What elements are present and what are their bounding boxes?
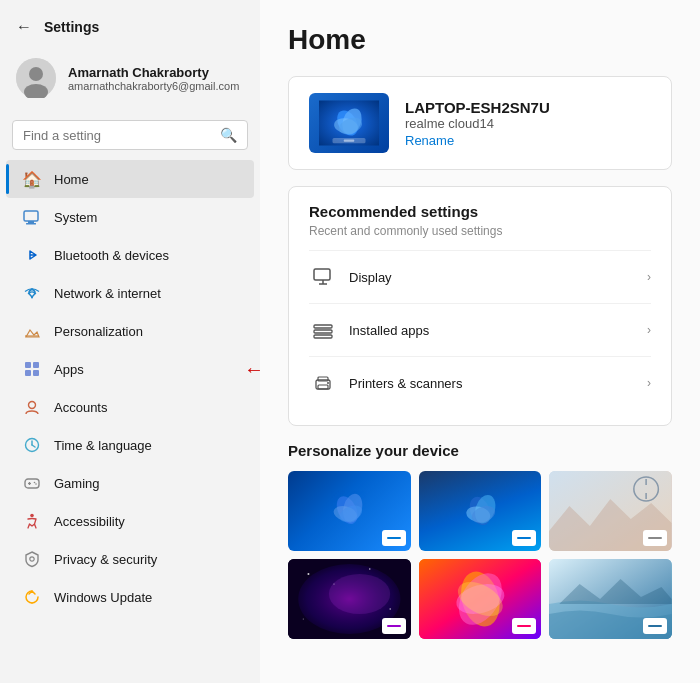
wallpaper-item-1[interactable] xyxy=(288,471,411,551)
svg-point-59 xyxy=(303,618,304,619)
sidebar-item-update[interactable]: Windows Update xyxy=(6,578,254,616)
avatar xyxy=(16,58,56,98)
svg-point-20 xyxy=(35,483,37,485)
svg-point-54 xyxy=(329,574,390,614)
device-name: LAPTOP-ESH2SN7U xyxy=(405,99,550,116)
sidebar-nav: 🏠 Home System Bluetooth & devices xyxy=(0,160,260,616)
svg-rect-16 xyxy=(25,479,39,488)
sidebar-item-personalization[interactable]: Personalization xyxy=(6,312,254,350)
display-icon xyxy=(309,263,337,291)
sidebar-item-system[interactable]: System xyxy=(6,198,254,236)
printers-label: Printers & scanners xyxy=(349,376,647,391)
sidebar-item-time[interactable]: Time & language xyxy=(6,426,254,464)
svg-rect-29 xyxy=(344,140,355,142)
time-icon xyxy=(22,435,42,455)
search-box[interactable]: 🔍 xyxy=(12,120,248,150)
sidebar-item-label: Home xyxy=(54,172,89,187)
sidebar-item-label: Privacy & security xyxy=(54,552,157,567)
personalize-title: Personalize your device xyxy=(288,442,672,459)
rename-link[interactable]: Rename xyxy=(405,133,550,148)
svg-point-55 xyxy=(307,573,309,575)
wallpaper-item-3[interactable] xyxy=(549,471,672,551)
recommended-title: Recommended settings xyxy=(309,203,651,220)
accessibility-icon xyxy=(22,511,42,531)
svg-rect-4 xyxy=(28,221,34,223)
svg-point-12 xyxy=(29,402,36,409)
sidebar-item-label: Personalization xyxy=(54,324,143,339)
search-icon: 🔍 xyxy=(220,127,237,143)
svg-rect-10 xyxy=(25,370,31,376)
sidebar-item-label: Bluetooth & devices xyxy=(54,248,169,263)
svg-point-19 xyxy=(34,482,36,484)
printers-icon xyxy=(309,369,337,397)
search-input[interactable] xyxy=(23,128,214,143)
gaming-icon xyxy=(22,473,42,493)
system-icon xyxy=(22,207,42,227)
device-type: realme cloud14 xyxy=(405,116,550,131)
sidebar-item-label: Gaming xyxy=(54,476,100,491)
user-info: Amarnath Chakraborty amarnathchakraborty… xyxy=(68,65,239,92)
wallpaper-item-5[interactable] xyxy=(419,559,542,639)
svg-point-56 xyxy=(369,568,371,570)
svg-point-58 xyxy=(389,608,391,610)
sidebar-item-label: Windows Update xyxy=(54,590,152,605)
sidebar-header: ← Settings xyxy=(0,10,260,48)
chevron-right-icon: › xyxy=(647,323,651,337)
sidebar-item-gaming[interactable]: Gaming xyxy=(6,464,254,502)
svg-point-21 xyxy=(30,514,34,518)
svg-line-15 xyxy=(32,445,35,447)
svg-point-1 xyxy=(29,67,43,81)
sidebar-item-bluetooth[interactable]: Bluetooth & devices xyxy=(6,236,254,274)
setting-row-printers[interactable]: Printers & scanners › xyxy=(309,356,651,409)
svg-rect-3 xyxy=(24,211,38,221)
installed-apps-label: Installed apps xyxy=(349,323,647,338)
sidebar-item-privacy[interactable]: Privacy & security xyxy=(6,540,254,578)
sidebar-item-home[interactable]: 🏠 Home xyxy=(6,160,254,198)
recommended-subtitle: Recent and commonly used settings xyxy=(309,224,651,238)
setting-row-display[interactable]: Display › xyxy=(309,250,651,303)
sidebar-item-label: Accounts xyxy=(54,400,107,415)
settings-title: Settings xyxy=(44,19,99,35)
home-icon: 🏠 xyxy=(22,169,42,189)
svg-rect-8 xyxy=(25,362,31,368)
personalize-section: Personalize your device xyxy=(288,442,672,639)
chevron-right-icon: › xyxy=(647,376,651,390)
device-card: LAPTOP-ESH2SN7U realme cloud14 Rename xyxy=(288,76,672,170)
installed-apps-icon xyxy=(309,316,337,344)
sidebar-item-network[interactable]: Network & internet xyxy=(6,274,254,312)
display-label: Display xyxy=(349,270,647,285)
page-title: Home xyxy=(288,24,672,56)
sidebar-item-apps[interactable]: Apps ← xyxy=(6,350,254,388)
setting-row-installed-apps[interactable]: Installed apps › xyxy=(309,303,651,356)
wallpaper-item-6[interactable] xyxy=(549,559,672,639)
user-section[interactable]: Amarnath Chakraborty amarnathchakraborty… xyxy=(0,48,260,108)
user-name: Amarnath Chakraborty xyxy=(68,65,239,80)
svg-rect-35 xyxy=(314,335,332,338)
sidebar-item-label: Apps xyxy=(54,362,84,377)
update-icon xyxy=(22,587,42,607)
sidebar-item-accounts[interactable]: Accounts xyxy=(6,388,254,426)
network-icon xyxy=(22,283,42,303)
sidebar-item-label: Time & language xyxy=(54,438,152,453)
sidebar-item-label: System xyxy=(54,210,97,225)
device-info: LAPTOP-ESH2SN7U realme cloud14 Rename xyxy=(405,99,550,148)
user-email: amarnathchakraborty6@gmail.com xyxy=(68,80,239,92)
svg-point-22 xyxy=(30,557,34,561)
wallpaper-item-4[interactable] xyxy=(288,559,411,639)
svg-rect-33 xyxy=(314,325,332,328)
sidebar-item-label: Network & internet xyxy=(54,286,161,301)
main-content: Home xyxy=(260,0,700,683)
svg-point-6 xyxy=(31,297,33,299)
bluetooth-icon xyxy=(22,245,42,265)
wallpaper-grid xyxy=(288,471,672,639)
apps-icon xyxy=(22,359,42,379)
sidebar-item-accessibility[interactable]: Accessibility xyxy=(6,502,254,540)
sidebar: ← Settings Amarnath Chakraborty amarnath… xyxy=(0,0,260,683)
svg-point-39 xyxy=(327,382,329,384)
accounts-icon xyxy=(22,397,42,417)
wallpaper-item-2[interactable] xyxy=(419,471,542,551)
svg-rect-30 xyxy=(314,269,330,280)
back-button[interactable]: ← xyxy=(16,18,32,36)
svg-rect-11 xyxy=(33,370,39,376)
svg-point-57 xyxy=(333,583,334,584)
